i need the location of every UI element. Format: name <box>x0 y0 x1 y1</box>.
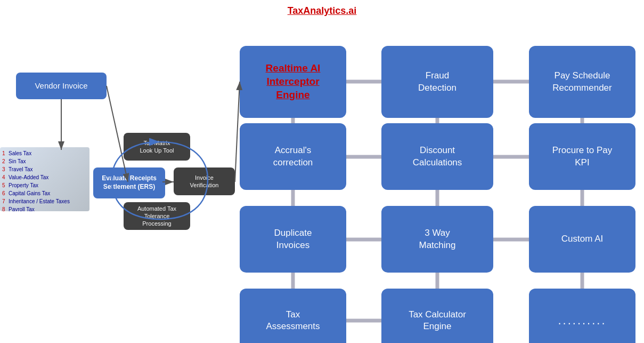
tax-calculator-box: Tax CalculatorEngine <box>381 289 493 343</box>
way-matching-label: 3 WayMatching <box>419 227 456 251</box>
list-item: 7Inheritance / Estate Taxes <box>2 197 87 205</box>
tax-label: Property Tax <box>9 181 38 189</box>
list-item: 2Sin Tax <box>2 157 87 165</box>
invoice-verif-label: InvoiceVerification <box>190 174 219 189</box>
list-item: 1Sales Tax <box>2 149 87 157</box>
tax-matrix-box: Tax MatrixLook Up Tool <box>124 133 190 161</box>
tax-label: Value-Added Tax <box>9 173 48 181</box>
discount-calculations-box: DiscountCalculations <box>381 123 493 190</box>
tax-label: Sales Tax <box>9 149 31 157</box>
realtime-ai-label: Realtime AIInterceptorEngine <box>266 62 321 101</box>
procure-to-pay-label: Procure to PayKPI <box>552 145 612 168</box>
procure-to-pay-box: Procure to PayKPI <box>529 123 635 190</box>
pay-schedule-box: Pay ScheduleRecommender <box>529 46 635 118</box>
auto-tax-label: Automated TaxToleranceProcessing <box>137 205 176 228</box>
tax-list-panel: 1Sales Tax 2Sin Tax 3Travel Tax 4Value-A… <box>0 147 89 211</box>
fraud-detection-label: FraudDetection <box>418 70 456 93</box>
list-item: 8Payroll Tax <box>2 205 87 211</box>
main-container: Vendor Invoice 1Sales Tax 2Sin Tax 3Trav… <box>0 17 644 343</box>
tax-list-content: 1Sales Tax 2Sin Tax 3Travel Tax 4Value-A… <box>0 147 89 211</box>
discount-calculations-label: DiscountCalculations <box>413 145 462 168</box>
tax-assessments-box: TaxAssessments <box>240 289 346 343</box>
tax-num: 6 <box>2 189 7 197</box>
tax-label: Sin Tax <box>9 157 26 165</box>
tax-label: Payroll Tax <box>9 205 35 211</box>
invoice-verif-box: InvoiceVerification <box>174 167 235 195</box>
dots-label: .......... <box>558 313 606 329</box>
tax-num: 3 <box>2 165 7 173</box>
vendor-invoice-box: Vendor Invoice <box>16 73 107 99</box>
ers-label: Evaluate ReceiptsSettlement (ERS) <box>102 174 157 191</box>
list-item: 5Property Tax <box>2 181 87 189</box>
tax-num: 7 <box>2 197 7 205</box>
tax-label: Travel Tax <box>9 165 33 173</box>
tax-num: 4 <box>2 173 7 181</box>
realtime-ai-box: Realtime AIInterceptorEngine <box>240 46 346 118</box>
duplicate-invoices-label: DuplicateInvoices <box>274 227 312 251</box>
tax-label: Inheritance / Estate Taxes <box>9 197 70 205</box>
way-matching-box: 3 WayMatching <box>381 206 493 273</box>
list-item: 6Capital Gains Tax <box>2 189 87 197</box>
accruals-box: Accrual'scorrection <box>240 123 346 190</box>
auto-tax-box: Automated TaxToleranceProcessing <box>124 202 190 230</box>
tax-num: 5 <box>2 181 7 189</box>
duplicate-invoices-box: DuplicateInvoices <box>240 206 346 273</box>
tax-matrix-label: Tax MatrixLook Up Tool <box>140 139 174 155</box>
tax-num: 8 <box>2 205 7 211</box>
tax-calculator-label: Tax CalculatorEngine <box>409 309 466 332</box>
accruals-label: Accrual'scorrection <box>273 145 313 168</box>
fraud-detection-box: FraudDetection <box>381 46 493 118</box>
svg-line-5 <box>235 82 240 182</box>
tax-num: 1 <box>2 149 7 157</box>
list-item: 3Travel Tax <box>2 165 87 173</box>
pay-schedule-label: Pay ScheduleRecommender <box>552 70 612 93</box>
custom-ai-label: Custom AI <box>561 233 603 245</box>
tax-assessments-label: TaxAssessments <box>266 309 320 332</box>
page-title: TaxAnalytics.ai <box>0 0 644 17</box>
list-item: 4Value-Added Tax <box>2 173 87 181</box>
tax-num: 2 <box>2 157 7 165</box>
tax-label: Capital Gains Tax <box>9 189 50 197</box>
dots-box: .......... <box>529 289 635 343</box>
custom-ai-box: Custom AI <box>529 206 635 273</box>
ers-box: Evaluate ReceiptsSettlement (ERS) <box>93 167 165 198</box>
